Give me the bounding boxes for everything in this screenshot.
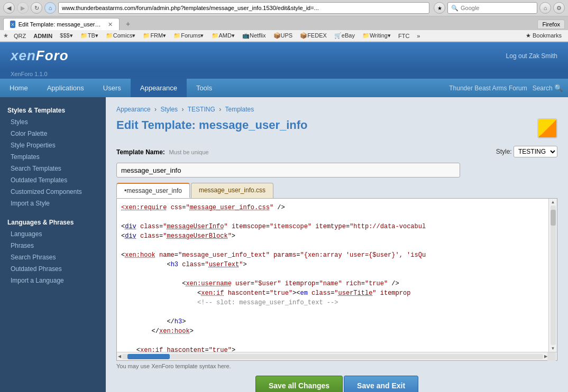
sidebar-section-styles-title: Styles & Templates <box>0 102 106 116</box>
xf-main: Appearance › Styles › TESTING › Template… <box>106 97 568 392</box>
tab-css[interactable]: message_user_info.css <box>191 183 273 198</box>
editor-wrapper: <xen:require css="message_user_info.css"… <box>117 199 557 352</box>
bm-admin[interactable]: ADMIN <box>30 32 56 40</box>
version-bar: XenForo 1.1.0 <box>0 69 568 79</box>
bm-writing[interactable]: 📁Writing▾ <box>359 31 394 40</box>
breadcrumb-testing[interactable]: TESTING <box>188 106 215 113</box>
scrollbar-track-v[interactable] <box>551 206 556 345</box>
nav-search[interactable]: Search 🔍 <box>533 84 563 92</box>
extensions-button[interactable]: ⚙ <box>553 2 565 14</box>
bm-amd[interactable]: 📁AMD▾ <box>208 31 238 40</box>
scroll-left-arrow[interactable]: ◀ <box>118 354 121 359</box>
back-button[interactable]: ◀ <box>3 2 15 14</box>
browser-tabs: X Edit Template: message_user_info | Adm… <box>0 16 568 30</box>
nav-appearance[interactable]: Appearance <box>131 79 187 97</box>
tab-main[interactable]: •message_user_info <box>116 183 190 198</box>
search-engine-icon: 🔍 <box>451 5 459 12</box>
nav-right: Thunder Beast Arms Forum Search 🔍 <box>449 79 568 97</box>
logo-foro: Foro <box>36 48 69 63</box>
bm-frm[interactable]: 📁FRM▾ <box>140 31 169 40</box>
color-swatch-button[interactable] <box>537 118 557 138</box>
template-name-label: Template Name: Must be unique <box>116 148 209 156</box>
sidebar-section-languages-title: Languages & Phrases <box>0 214 106 228</box>
forum-name[interactable]: Thunder Beast Arms Forum <box>449 85 527 92</box>
bm-more[interactable]: » <box>414 32 423 40</box>
sidebar-item-color-palette[interactable]: Color Palette <box>0 128 106 139</box>
browser-chrome: ◀ ▶ ↻ ⌂ ★ 🔍 ⌂ ⚙ X Edit Template: message… <box>0 0 568 42</box>
search-bar[interactable]: 🔍 <box>447 2 537 14</box>
sidebar-item-search-phrases[interactable]: Search Phrases <box>0 251 106 263</box>
nav-tools[interactable]: Tools <box>187 79 222 97</box>
nav-applications[interactable]: Applications <box>38 79 94 97</box>
scrollbar-thumb-h[interactable] <box>127 354 170 359</box>
new-tab-button[interactable]: + <box>122 17 134 30</box>
style-label-container: Style: TESTING <box>496 146 557 157</box>
sidebar-item-import-language[interactable]: Import a Language <box>0 275 106 286</box>
firefox-label[interactable]: Firefox <box>537 20 565 29</box>
help-text: You may use XenForo template syntax here… <box>116 363 557 369</box>
scrollbar-thumb-v[interactable] <box>551 210 556 226</box>
bm-qrz[interactable]: QRZ <box>11 32 29 40</box>
breadcrumb-templates[interactable]: Templates <box>225 106 254 113</box>
breadcrumb-appearance[interactable]: Appearance <box>116 106 151 113</box>
sidebar-item-templates[interactable]: Templates <box>0 151 106 163</box>
sidebar-item-phrases[interactable]: Phrases <box>0 240 106 251</box>
scrollbar-track-h[interactable] <box>122 354 543 359</box>
bm-forums[interactable]: 📁Forums▾ <box>170 31 207 40</box>
save-and-exit-button[interactable]: Save and Exit <box>344 376 418 392</box>
button-bar: Save all Changes Save and Exit <box>116 376 557 392</box>
breadcrumb: Appearance › Styles › TESTING › Template… <box>116 106 557 113</box>
browser-search-input[interactable] <box>461 5 534 11</box>
template-name-input-row <box>116 163 557 178</box>
version-text: XenForo 1.1.0 <box>11 71 48 77</box>
sidebar-item-outdated-templates[interactable]: Outdated Templates <box>0 174 106 186</box>
bm-ups[interactable]: 📦UPS <box>270 31 296 40</box>
xf-nav: Home Applications Users Appearance Tools… <box>0 79 568 97</box>
style-label: Style: <box>496 148 512 155</box>
bookmarks-icon: ★ <box>3 32 8 39</box>
bm-fedex[interactable]: 📦FEDEX <box>297 31 330 40</box>
url-bar[interactable] <box>58 2 429 14</box>
nav-users[interactable]: Users <box>94 79 131 97</box>
forward-button[interactable]: ▶ <box>17 2 29 14</box>
save-all-changes-button[interactable]: Save all Changes <box>255 376 343 392</box>
horizontal-scrollbar[interactable]: ◀ ▶ <box>117 352 557 360</box>
sidebar-item-search-templates[interactable]: Search Templates <box>0 163 106 174</box>
vertical-scrollbar[interactable]: ▲ ▼ <box>548 199 557 352</box>
template-name-label-text: Template Name: <box>116 148 165 156</box>
nav-home[interactable]: Home <box>0 79 38 97</box>
breadcrumb-styles[interactable]: Styles <box>160 106 178 113</box>
sidebar-item-outdated-phrases[interactable]: Outdated Phrases <box>0 263 106 275</box>
code-editor[interactable]: <xen:require css="message_user_info.css"… <box>117 199 548 352</box>
xf-app: xenForo Log out Zak Smith XenForo 1.1.0 … <box>0 42 568 392</box>
tab-title: Edit Template: message_user_info | Admin… <box>19 21 103 27</box>
bm-tb[interactable]: 📁TB▾ <box>77 31 102 40</box>
stop-button[interactable]: ⌂ <box>44 2 56 14</box>
editor-container: <xen:require css="message_user_info.css"… <box>116 198 557 361</box>
bm-money[interactable]: $$$▾ <box>57 31 76 40</box>
style-select[interactable]: TESTING <box>514 146 557 157</box>
sidebar-item-import-style[interactable]: Import a Style <box>0 198 106 209</box>
bm-netflix[interactable]: 📺Netflix <box>239 31 269 40</box>
bm-ebay[interactable]: 🛒eBay <box>331 31 358 40</box>
sidebar-item-styles[interactable]: Styles <box>0 116 106 128</box>
bm-bookmarks[interactable]: ★ Bookmarks <box>523 31 565 40</box>
bm-ftc[interactable]: FTC <box>395 32 413 40</box>
sidebar-item-customized-components[interactable]: Customized Components <box>0 186 106 198</box>
bm-comics[interactable]: 📁Comics▾ <box>103 31 139 40</box>
scroll-up-arrow[interactable]: ▲ <box>551 200 555 204</box>
tab-close-icon[interactable]: ✕ <box>108 21 113 28</box>
template-name-input[interactable] <box>116 163 460 178</box>
logout-link[interactable]: Log out Zak Smith <box>506 52 557 60</box>
breadcrumb-sep-3: › <box>219 106 223 113</box>
browser-tab-active[interactable]: X Edit Template: message_user_info | Adm… <box>3 18 120 30</box>
editor-scroll-area: <xen:require css="message_user_info.css"… <box>117 199 548 352</box>
scroll-down-arrow[interactable]: ▼ <box>551 346 555 351</box>
sidebar-item-style-properties[interactable]: Style Properties <box>0 139 106 151</box>
scroll-corner <box>547 352 556 361</box>
tab-favicon: X <box>10 21 15 28</box>
sidebar-item-languages[interactable]: Languages <box>0 228 106 240</box>
reload-button[interactable]: ↻ <box>31 2 42 14</box>
bookmark-star[interactable]: ★ <box>434 2 445 14</box>
home-button[interactable]: ⌂ <box>539 2 551 14</box>
